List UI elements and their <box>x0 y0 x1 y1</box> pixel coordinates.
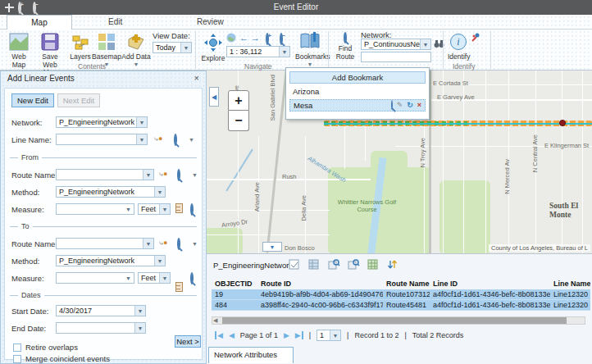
retire-overlaps-checkbox[interactable] <box>13 344 21 352</box>
merge-coincident-checkbox[interactable] <box>13 355 21 363</box>
to-measure-zoom-icon[interactable] <box>190 274 194 283</box>
combo-caret[interactable]: ▼ <box>123 273 134 283</box>
tab-edit[interactable]: Edit <box>97 15 134 30</box>
from-measure-input[interactable]: ▼ <box>56 203 134 215</box>
tab-map[interactable]: Map <box>7 15 72 30</box>
to-method-combo[interactable]: P_EngineeringNetwork▼ <box>56 255 166 266</box>
line-zoom-icon[interactable] <box>174 135 177 144</box>
end-date-combo[interactable]: ▼ <box>56 322 146 334</box>
table-row[interactable]: 19 4eb9419b-af9b-4d04-ab69-1d490476802b … <box>212 289 590 300</box>
scroll-left-arrow[interactable]: ◀ <box>213 317 217 324</box>
explore-button[interactable]: Explore <box>201 33 225 63</box>
from-route-zoom-caret[interactable]: ▼ <box>192 172 198 178</box>
combo-caret[interactable]: ▼ <box>143 239 153 248</box>
from-route-zoom-icon[interactable] <box>177 171 180 180</box>
column-header[interactable]: OBJECTID <box>212 279 257 289</box>
next-edit-button[interactable]: Next Edit <box>57 93 100 107</box>
new-edit-button[interactable]: New Edit <box>11 93 54 107</box>
collapse-table-button[interactable]: ▼ <box>262 242 282 252</box>
combo-caret[interactable]: ▼ <box>159 273 170 283</box>
select-line-on-map-icon[interactable]: ⤷● <box>154 134 162 143</box>
pan-to-selection-icon[interactable] <box>348 259 358 270</box>
bookmark-item-mesa[interactable]: Mesa ✎ ↻ × <box>289 99 426 111</box>
from-route-name-combo[interactable]: ▼ <box>56 169 154 180</box>
combo-caret[interactable]: ▼ <box>159 204 170 214</box>
panel-close-icon[interactable]: × <box>194 73 199 83</box>
panel-network-combo[interactable]: P_EngineeringNetwork▼ <box>56 116 148 128</box>
zoom-out-icon[interactable]: − <box>33 3 43 14</box>
view-date-combo[interactable]: Today▼ <box>153 42 192 53</box>
combo-caret[interactable]: ▼ <box>143 170 153 180</box>
route-search-input[interactable] <box>361 52 431 62</box>
from-units-combo[interactable]: Feet▼ <box>138 203 171 215</box>
from-method-combo[interactable]: P_EngineeringNetwork▼ <box>56 186 166 198</box>
map-zoom-out-icon[interactable]: − <box>280 34 283 43</box>
map-zoom-out-button[interactable]: − <box>228 111 249 131</box>
next-extent-icon[interactable]: → <box>251 33 260 43</box>
select-records-icon[interactable] <box>289 259 299 270</box>
network-attributes-tab[interactable]: Network Attributes × <box>208 347 294 363</box>
show-selected-icon[interactable] <box>308 259 319 270</box>
to-route-zoom-icon[interactable] <box>177 239 180 248</box>
measure-ruler-icon[interactable] <box>175 203 183 213</box>
page-select-combo[interactable]: 1▼ <box>316 330 341 341</box>
map-zoom-in-button[interactable]: + <box>228 90 249 111</box>
column-header[interactable]: Route Name <box>383 279 430 289</box>
identify-pin-icon[interactable] <box>471 33 480 44</box>
tab-review[interactable]: Review <box>185 15 235 30</box>
combo-caret[interactable]: ▼ <box>154 256 165 266</box>
line-name-combo[interactable]: ▼ <box>56 134 148 145</box>
collapse-panel-button[interactable]: ◀ <box>209 87 219 107</box>
combo-caret[interactable]: ▼ <box>134 306 145 316</box>
network-combo[interactable]: P_ContinuousNetwork▼ <box>361 39 431 50</box>
add-bookmark-button[interactable]: Add Bookmark <box>289 71 426 84</box>
first-page-icon[interactable]: ◀ <box>215 331 223 339</box>
horizontal-scrollbar[interactable]: ◀ <box>212 316 585 325</box>
bookmark-zoom-icon[interactable] <box>391 102 393 109</box>
table-row[interactable]: 484 a398ff4c-2940-4c00-96b6-c6343f9f1711… <box>212 300 590 311</box>
identify-button[interactable]: i Identify <box>448 33 469 61</box>
to-route-zoom-caret[interactable]: ▼ <box>192 241 198 247</box>
network-caret[interactable]: ▼ <box>420 39 430 49</box>
column-header[interactable]: Route ID <box>257 279 383 289</box>
find-route-button[interactable]: Find Route <box>333 34 357 61</box>
combo-caret[interactable]: ▼ <box>154 187 165 197</box>
add-data-button[interactable]: Add Data ▼ <box>121 33 151 68</box>
next-button[interactable]: Next > <box>175 335 201 348</box>
scale-caret[interactable]: ▼ <box>279 47 289 57</box>
zoom-to-selection-icon[interactable] <box>328 259 339 270</box>
to-measure-input[interactable]: ▼ <box>56 272 134 284</box>
measure-ruler-icon[interactable] <box>175 282 183 292</box>
last-page-icon[interactable]: ▶ <box>295 331 303 339</box>
layers-button[interactable]: Layers <box>67 34 93 61</box>
to-units-combo[interactable]: Feet▼ <box>138 272 171 284</box>
select-route-on-map-icon[interactable]: ⤷● <box>159 170 167 179</box>
scale-combo[interactable]: 1 : 36,112▼ <box>226 46 290 57</box>
scrollbar-thumb[interactable] <box>222 317 567 324</box>
zoom-in-icon[interactable]: + <box>18 3 29 14</box>
attribute-grid-icon[interactable] <box>367 259 378 270</box>
view-date-caret[interactable]: ▼ <box>180 43 191 52</box>
combo-caret[interactable]: ▼ <box>136 117 147 127</box>
to-route-name-combo[interactable]: ▼ <box>56 238 154 249</box>
combo-caret[interactable]: ▼ <box>134 323 145 333</box>
bookmark-delete-icon[interactable]: × <box>417 102 421 109</box>
column-header[interactable]: Line Name <box>550 279 590 289</box>
next-page-icon[interactable]: ▶ <box>284 331 289 339</box>
prev-page-icon[interactable]: ◀ <box>229 331 235 339</box>
select-route-on-map-icon[interactable]: ⤷● <box>159 239 167 248</box>
combo-caret[interactable]: ▼ <box>136 134 147 144</box>
column-header[interactable]: Line ID <box>430 279 550 289</box>
combo-caret[interactable]: ▼ <box>123 204 134 214</box>
combo-caret[interactable]: ▼ <box>330 330 340 340</box>
bookmark-edit-icon[interactable]: ✎ <box>397 102 403 109</box>
bookmark-item-arizona[interactable]: Arizona <box>289 85 426 98</box>
from-measure-zoom-icon[interactable] <box>190 205 194 214</box>
pan-icon[interactable] <box>4 2 15 13</box>
line-zoom-caret[interactable]: ▼ <box>189 137 194 143</box>
globe-icon[interactable] <box>226 33 236 44</box>
bookmarks-button[interactable]: Bookmarks ▼ <box>295 31 325 68</box>
prev-extent-icon[interactable]: ← <box>239 33 248 43</box>
web-map-button[interactable]: Web Map <box>5 33 33 69</box>
bookmark-refresh-icon[interactable]: ↻ <box>407 102 413 109</box>
